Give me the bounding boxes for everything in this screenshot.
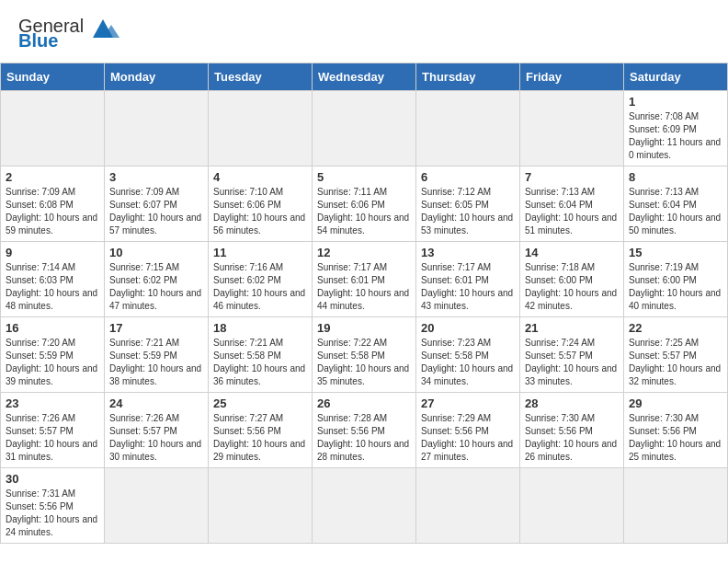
day-number: 4	[213, 170, 307, 184]
day-info: Sunrise: 7:25 AMSunset: 5:57 PMDaylight:…	[629, 337, 722, 388]
day-number: 20	[421, 321, 515, 335]
calendar-cell	[624, 468, 728, 544]
calendar-cell	[209, 91, 313, 167]
calendar-cell: 26Sunrise: 7:28 AMSunset: 5:56 PMDayligh…	[313, 393, 416, 468]
day-number: 7	[525, 170, 619, 184]
calendar-cell	[416, 91, 520, 167]
day-info: Sunrise: 7:20 AMSunset: 5:59 PMDaylight:…	[6, 337, 99, 388]
day-number: 22	[629, 321, 722, 335]
calendar-cell: 1Sunrise: 7:08 AMSunset: 6:09 PMDaylight…	[624, 91, 728, 167]
calendar-cell: 20Sunrise: 7:23 AMSunset: 5:58 PMDayligh…	[416, 317, 520, 393]
day-number: 21	[525, 321, 619, 335]
day-info: Sunrise: 7:09 AMSunset: 6:08 PMDaylight:…	[6, 186, 99, 237]
day-info: Sunrise: 7:21 AMSunset: 5:59 PMDaylight:…	[109, 337, 203, 388]
day-number: 12	[317, 246, 411, 259]
day-info: Sunrise: 7:11 AMSunset: 6:06 PMDaylight:…	[317, 186, 411, 237]
calendar-cell: 21Sunrise: 7:24 AMSunset: 5:57 PMDayligh…	[520, 317, 624, 393]
calendar-cell	[313, 91, 416, 167]
day-info: Sunrise: 7:21 AMSunset: 5:58 PMDaylight:…	[213, 337, 307, 388]
calendar-cell: 7Sunrise: 7:13 AMSunset: 6:04 PMDaylight…	[520, 167, 624, 242]
logo-icon	[85, 12, 120, 47]
day-number: 8	[629, 170, 722, 184]
calendar-cell: 15Sunrise: 7:19 AMSunset: 6:00 PMDayligh…	[624, 242, 728, 317]
calendar-week-row: 16Sunrise: 7:20 AMSunset: 5:59 PMDayligh…	[1, 317, 728, 393]
day-info: Sunrise: 7:27 AMSunset: 5:56 PMDaylight:…	[213, 412, 307, 464]
calendar-cell: 5Sunrise: 7:11 AMSunset: 6:06 PMDaylight…	[313, 167, 416, 242]
weekday-header-monday: Monday	[105, 63, 209, 91]
calendar-week-row: 2Sunrise: 7:09 AMSunset: 6:08 PMDaylight…	[1, 167, 728, 242]
weekday-header-row: SundayMondayTuesdayWednesdayThursdayFrid…	[1, 63, 728, 91]
header: General Blue	[0, 0, 728, 59]
calendar-cell	[520, 91, 624, 167]
calendar-cell: 6Sunrise: 7:12 AMSunset: 6:05 PMDaylight…	[416, 167, 520, 242]
day-info: Sunrise: 7:09 AMSunset: 6:07 PMDaylight:…	[109, 186, 203, 237]
day-number: 28	[525, 396, 619, 410]
calendar-cell	[520, 468, 624, 544]
calendar-cell	[105, 91, 209, 167]
day-number: 15	[629, 246, 722, 259]
day-info: Sunrise: 7:15 AMSunset: 6:02 PMDaylight:…	[109, 261, 203, 313]
day-info: Sunrise: 7:18 AMSunset: 6:00 PMDaylight:…	[525, 261, 619, 313]
calendar-cell	[416, 468, 520, 544]
calendar-cell	[209, 468, 313, 544]
day-info: Sunrise: 7:24 AMSunset: 5:57 PMDaylight:…	[525, 337, 619, 388]
calendar: SundayMondayTuesdayWednesdayThursdayFrid…	[0, 63, 728, 544]
day-info: Sunrise: 7:17 AMSunset: 6:01 PMDaylight:…	[421, 261, 515, 313]
calendar-cell: 18Sunrise: 7:21 AMSunset: 5:58 PMDayligh…	[209, 317, 313, 393]
calendar-cell: 8Sunrise: 7:13 AMSunset: 6:04 PMDaylight…	[624, 167, 728, 242]
weekday-header-thursday: Thursday	[416, 63, 520, 91]
calendar-week-row: 1Sunrise: 7:08 AMSunset: 6:09 PMDaylight…	[1, 91, 728, 167]
day-number: 30	[6, 472, 99, 486]
weekday-header-saturday: Saturday	[624, 63, 728, 91]
day-number: 6	[421, 170, 515, 184]
calendar-cell: 14Sunrise: 7:18 AMSunset: 6:00 PMDayligh…	[520, 242, 624, 317]
day-info: Sunrise: 7:12 AMSunset: 6:05 PMDaylight:…	[421, 186, 515, 237]
day-info: Sunrise: 7:31 AMSunset: 5:56 PMDaylight:…	[6, 488, 99, 539]
day-info: Sunrise: 7:08 AMSunset: 6:09 PMDaylight:…	[629, 110, 722, 162]
calendar-week-row: 30Sunrise: 7:31 AMSunset: 5:56 PMDayligh…	[1, 468, 728, 544]
day-number: 1	[629, 95, 722, 109]
calendar-cell: 24Sunrise: 7:26 AMSunset: 5:57 PMDayligh…	[105, 393, 209, 468]
calendar-cell: 30Sunrise: 7:31 AMSunset: 5:56 PMDayligh…	[1, 468, 105, 544]
day-number: 18	[213, 321, 307, 335]
day-info: Sunrise: 7:14 AMSunset: 6:03 PMDaylight:…	[6, 261, 99, 313]
day-info: Sunrise: 7:13 AMSunset: 6:04 PMDaylight:…	[525, 186, 619, 237]
logo-blue: Blue	[18, 31, 84, 50]
day-info: Sunrise: 7:30 AMSunset: 5:56 PMDaylight:…	[629, 412, 722, 464]
day-number: 25	[213, 396, 307, 410]
calendar-week-row: 9Sunrise: 7:14 AMSunset: 6:03 PMDaylight…	[1, 242, 728, 317]
calendar-cell: 2Sunrise: 7:09 AMSunset: 6:08 PMDaylight…	[1, 167, 105, 242]
day-number: 17	[109, 321, 203, 335]
calendar-cell: 22Sunrise: 7:25 AMSunset: 5:57 PMDayligh…	[624, 317, 728, 393]
calendar-cell: 10Sunrise: 7:15 AMSunset: 6:02 PMDayligh…	[105, 242, 209, 317]
day-info: Sunrise: 7:10 AMSunset: 6:06 PMDaylight:…	[213, 186, 307, 237]
day-number: 27	[421, 396, 515, 410]
day-number: 23	[6, 396, 99, 410]
calendar-cell: 27Sunrise: 7:29 AMSunset: 5:56 PMDayligh…	[416, 393, 520, 468]
day-number: 3	[109, 170, 203, 184]
calendar-cell: 12Sunrise: 7:17 AMSunset: 6:01 PMDayligh…	[313, 242, 416, 317]
calendar-cell: 23Sunrise: 7:26 AMSunset: 5:57 PMDayligh…	[1, 393, 105, 468]
day-info: Sunrise: 7:17 AMSunset: 6:01 PMDaylight:…	[317, 261, 411, 313]
calendar-cell: 9Sunrise: 7:14 AMSunset: 6:03 PMDaylight…	[1, 242, 105, 317]
day-info: Sunrise: 7:19 AMSunset: 6:00 PMDaylight:…	[629, 261, 722, 313]
page: General Blue SundayMondayTuesdayWednesda…	[0, 0, 728, 544]
weekday-header-tuesday: Tuesday	[209, 63, 313, 91]
day-number: 13	[421, 246, 515, 259]
weekday-header-friday: Friday	[520, 63, 624, 91]
day-info: Sunrise: 7:26 AMSunset: 5:57 PMDaylight:…	[6, 412, 99, 464]
day-info: Sunrise: 7:22 AMSunset: 5:58 PMDaylight:…	[317, 337, 411, 388]
day-number: 14	[525, 246, 619, 259]
day-info: Sunrise: 7:30 AMSunset: 5:56 PMDaylight:…	[525, 412, 619, 464]
day-info: Sunrise: 7:23 AMSunset: 5:58 PMDaylight:…	[421, 337, 515, 388]
calendar-cell: 4Sunrise: 7:10 AMSunset: 6:06 PMDaylight…	[209, 167, 313, 242]
day-number: 11	[213, 246, 307, 259]
calendar-cell: 19Sunrise: 7:22 AMSunset: 5:58 PMDayligh…	[313, 317, 416, 393]
calendar-cell: 17Sunrise: 7:21 AMSunset: 5:59 PMDayligh…	[105, 317, 209, 393]
calendar-cell: 13Sunrise: 7:17 AMSunset: 6:01 PMDayligh…	[416, 242, 520, 317]
weekday-header-wednesday: Wednesday	[313, 63, 416, 91]
day-number: 29	[629, 396, 722, 410]
calendar-cell	[1, 91, 105, 167]
day-info: Sunrise: 7:26 AMSunset: 5:57 PMDaylight:…	[109, 412, 203, 464]
day-info: Sunrise: 7:16 AMSunset: 6:02 PMDaylight:…	[213, 261, 307, 313]
